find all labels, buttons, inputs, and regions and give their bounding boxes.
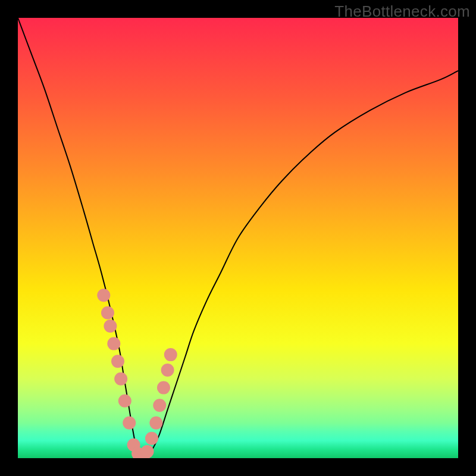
curve-marker [107, 337, 120, 350]
plot-area [18, 18, 458, 458]
chart-frame: TheBottleneck.com [0, 0, 476, 476]
bottleneck-curve [18, 18, 458, 458]
curve-marker [153, 399, 166, 412]
curve-marker [161, 364, 174, 377]
curve-marker [137, 449, 151, 458]
curve-marker [127, 439, 140, 452]
curve-marker [131, 447, 145, 458]
curve-marker [111, 355, 124, 368]
curve-marker [123, 416, 136, 430]
curve-marker [114, 372, 127, 386]
curve-marker [145, 432, 158, 445]
curve-marker [157, 381, 170, 394]
curve-marker [118, 394, 131, 408]
curve-marker [141, 445, 154, 458]
curve-marker [97, 289, 110, 302]
curve-markers [97, 289, 177, 458]
curve-marker [149, 416, 162, 430]
curve-layer [18, 18, 458, 458]
curve-marker [104, 320, 117, 333]
curve-marker [101, 306, 114, 320]
curve-marker [164, 348, 177, 361]
